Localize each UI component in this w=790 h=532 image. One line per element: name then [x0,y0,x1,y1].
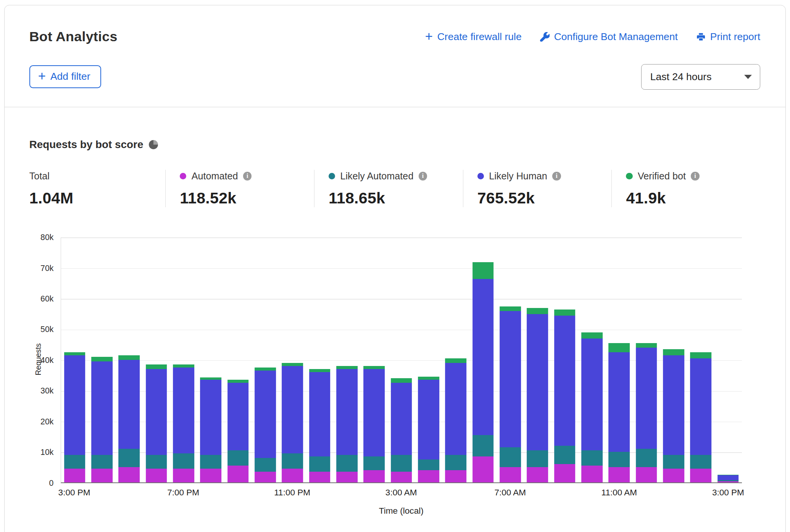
stacked-bar [527,237,548,482]
bar-segment-verified-bot [391,378,412,383]
x-tick-label: 3:00 PM [58,488,90,498]
analytics-body: Requests by bot score Total 1.04M Automa… [5,107,786,532]
bar-segment-likely-automated [118,449,140,467]
bar-segment-likely-automated [609,452,630,467]
bar-slot [224,237,252,482]
stacked-bar [309,237,331,482]
section-title-row: Requests by bot score [29,139,760,151]
bar-segment-verified-bot [118,355,140,360]
bar-segment-automated [418,470,439,482]
bar-segment-verified-bot [146,364,167,369]
pie-chart-icon [149,140,158,149]
bar-slot [606,237,633,482]
create-firewall-rule-link[interactable]: + Create firewall rule [425,31,522,43]
bar-segment-likely-human [636,348,657,449]
stat-automated-value: 118.52k [180,189,314,207]
bar-slot [197,237,224,482]
stacked-bar [255,237,276,482]
bar-segment-automated [391,472,412,482]
bar-slot [633,237,660,482]
bar-segment-automated [717,481,739,482]
bar-slot [279,237,306,482]
bar-segment-automated [472,456,494,482]
bar-segment-automated [690,469,712,482]
bar-segment-likely-automated [309,456,331,472]
y-tick-label: 70k [40,263,53,274]
stat-likely-automated: Likely Automated i 118.65k [314,170,463,207]
bar-segment-likely-automated [200,455,221,469]
bar-segment-automated [581,466,603,482]
bar-segment-automated [609,467,630,482]
x-axis-labels: 3:00 PM7:00 PM11:00 PM3:00 AM7:00 AM11:0… [61,488,742,501]
stat-label: Total [29,171,50,182]
stat-label: Verified bot [638,171,686,182]
info-icon[interactable]: i [691,172,700,181]
stat-likely-automated-value: 118.65k [329,189,463,207]
bar-segment-likely-human [663,355,684,455]
stat-verified-bot: Verified bot i 41.9k [611,170,760,207]
bar-segment-likely-human [282,366,303,453]
bar-segment-likely-automated [663,455,684,469]
bar-segment-likely-human [91,361,113,455]
stat-label: Automated [192,171,238,182]
bar-segment-likely-human [472,279,494,435]
stat-total-value: 1.04M [29,189,165,207]
stat-automated: Automated i 118.52k [165,170,314,207]
add-filter-button[interactable]: + Add filter [29,65,101,88]
bar-segment-likely-automated [255,458,276,472]
likely-human-dot-icon [477,173,484,179]
bar-segment-verified-bot [690,352,712,358]
configure-bot-management-label: Configure Bot Management [554,31,678,43]
stacked-bar [445,237,467,482]
stacked-bar [418,237,439,482]
bar-segment-likely-human [200,380,221,455]
time-range-select[interactable]: Last 24 hours [641,64,760,89]
stacked-bar [173,237,194,482]
bar-segment-verified-bot [64,352,85,355]
stacked-bar [146,237,167,482]
time-range-value: Last 24 hours [650,71,712,83]
y-tick-label: 0 [49,478,54,488]
bar-segment-automated [173,469,194,482]
bar-segment-verified-bot [554,310,576,316]
stat-label: Likely Human [489,171,547,182]
info-icon[interactable]: i [243,172,252,181]
plus-icon: + [38,71,46,81]
bar-segment-automated [500,467,521,482]
stacked-bar [609,237,630,482]
stacked-bar [336,237,358,482]
stacked-bar [364,237,385,482]
bar-slot [252,237,279,482]
bar-segment-verified-bot [309,369,331,372]
bar-slot [306,237,333,482]
print-report-link[interactable]: Print report [696,31,760,43]
bot-analytics-card: Bot Analytics + Create firewall rule Con… [4,5,786,532]
bar-slot [578,237,605,482]
bar-segment-automated [118,467,140,482]
verified-bot-dot-icon [626,173,632,179]
bar-segment-likely-automated [282,453,303,469]
bar-segment-verified-bot [445,358,467,363]
y-axis-labels: 010k20k30k40k50k60k70k80k [29,237,54,483]
header-actions: + Create firewall rule Configure Bot Man… [425,31,760,43]
stacked-bar [91,237,113,482]
bar-segment-likely-human [445,363,467,455]
info-icon[interactable]: i [419,172,427,181]
create-firewall-rule-label: Create firewall rule [437,31,522,43]
bar-segment-likely-automated [336,455,358,472]
bar-segment-likely-automated [91,455,113,469]
configure-bot-management-link[interactable]: Configure Bot Management [540,31,678,43]
bar-segment-likely-automated [445,455,467,470]
info-icon[interactable]: i [552,172,561,181]
bar-segment-automated [527,467,548,482]
bar-segment-likely-automated [64,455,85,469]
bar-segment-verified-bot [609,343,630,352]
add-filter-label: Add filter [50,71,90,82]
bar-slot [170,237,197,482]
y-tick-label: 60k [40,294,53,304]
likely-automated-dot-icon [329,173,335,179]
bar-segment-likely-human [717,475,739,480]
plus-icon: + [425,31,433,42]
section-title: Requests by bot score [29,139,143,151]
bar-slot [524,237,551,482]
